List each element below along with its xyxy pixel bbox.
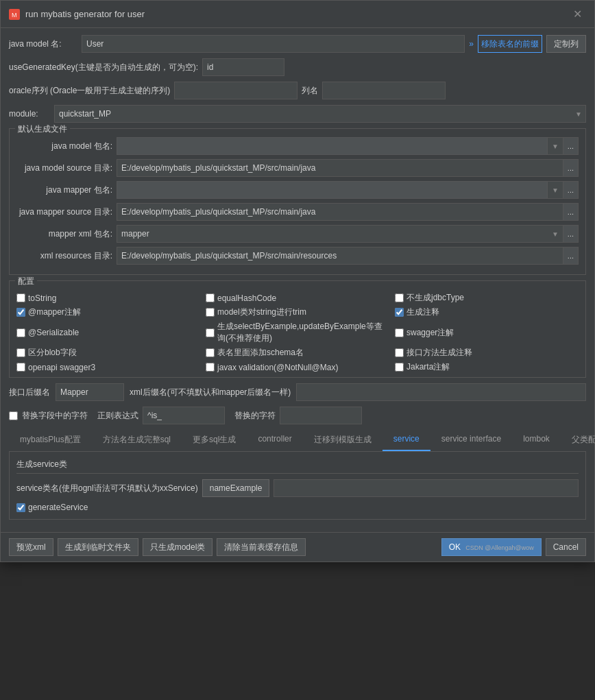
java-model-pkg-blurred bbox=[117, 137, 548, 155]
interface-suffix-input[interactable] bbox=[56, 383, 124, 401]
col-name-input[interactable] bbox=[322, 82, 446, 99]
xml-resources-input[interactable] bbox=[117, 247, 563, 265]
config-javaxValidation[interactable]: javax validation(@NotNull@Max) bbox=[206, 361, 389, 373]
interface-suffix-label: 接口后缀名 bbox=[9, 387, 50, 398]
config-generateComment-checkbox[interactable] bbox=[395, 308, 404, 317]
tab-moreSql[interactable]: 更多sql生成 bbox=[182, 430, 247, 451]
ok-button[interactable]: OK CSDN @Allengah@wow bbox=[441, 538, 542, 556]
clear-cache-button[interactable]: 清除当前表缓存信息 bbox=[217, 538, 306, 556]
generated-key-row: useGeneratedKey(主键是否为自动生成的，可为空): bbox=[9, 58, 586, 76]
tab-service[interactable]: service bbox=[382, 430, 430, 451]
config-swaggerAnnotation[interactable]: swagger注解 bbox=[395, 321, 579, 344]
xml-resources-row: xml resources 目录: ... bbox=[16, 247, 579, 265]
config-serializable-checkbox[interactable] bbox=[16, 328, 25, 337]
java-model-pkg-dropdown-group: ▼ bbox=[117, 137, 563, 155]
java-mapper-src-input-group: ... bbox=[117, 203, 579, 221]
config-addSchema-label: 表名里面添加schema名 bbox=[217, 347, 304, 359]
java-mapper-src-browse-btn[interactable]: ... bbox=[563, 203, 579, 221]
java-mapper-pkg-row: java mapper 包名: ▼ ... bbox=[16, 181, 579, 199]
config-jakartaAnnotation[interactable]: Jakarta注解 bbox=[395, 361, 579, 373]
java-model-src-input[interactable] bbox=[117, 159, 563, 177]
config-noJdbcType[interactable]: 不生成jdbcType bbox=[395, 292, 579, 304]
config-modelStringTrim[interactable]: model类对string进行trim bbox=[206, 306, 389, 318]
config-noJdbcType-checkbox[interactable] bbox=[395, 293, 404, 302]
mapper-xml-pkg-label: mapper xml 包名: bbox=[16, 228, 112, 240]
config-openapiSwagger3-checkbox[interactable] bbox=[16, 363, 25, 372]
java-mapper-pkg-dropdown-btn[interactable]: ▼ bbox=[548, 181, 563, 199]
config-modelStringTrim-checkbox[interactable] bbox=[206, 308, 215, 317]
module-select-container: quickstart_MP ▼ bbox=[54, 105, 586, 123]
tab-lombok[interactable]: lombok bbox=[512, 430, 561, 451]
config-equalHashCode-checkbox[interactable] bbox=[206, 293, 215, 302]
java-mapper-pkg-browse-btn[interactable]: ... bbox=[563, 181, 579, 199]
config-equalHashCode[interactable]: equalHashCode bbox=[206, 292, 389, 304]
app-icon: M bbox=[9, 9, 20, 20]
custom-col-button[interactable]: 定制列 bbox=[546, 35, 586, 53]
service-class-input[interactable] bbox=[274, 479, 579, 497]
cancel-button[interactable]: Cancel bbox=[546, 538, 586, 556]
config-addSchema[interactable]: 表名里面添加schema名 bbox=[206, 347, 389, 359]
config-swaggerAnnotation-label: swagger注解 bbox=[406, 327, 454, 339]
service-name-example-btn[interactable]: nameExample bbox=[202, 479, 270, 497]
java-model-pkg-browse-btn[interactable]: ... bbox=[563, 137, 579, 155]
config-selectByExample-checkbox[interactable] bbox=[206, 328, 215, 337]
config-openapiSwagger3[interactable]: openapi swagger3 bbox=[16, 361, 200, 373]
mapper-xml-pkg-dropdown-btn[interactable]: ▼ bbox=[548, 225, 563, 243]
config-interfaceMethodComment-label: 接口方法生成注释 bbox=[406, 347, 472, 359]
config-swaggerAnnotation-checkbox[interactable] bbox=[395, 328, 404, 337]
config-blobField[interactable]: 区分blob字段 bbox=[16, 347, 200, 359]
java-model-src-browse-btn[interactable]: ... bbox=[563, 159, 579, 177]
config-openapiSwagger3-label: openapi swagger3 bbox=[28, 363, 95, 372]
config-toString-label: toString bbox=[28, 293, 56, 303]
tab-mybatisPlus[interactable]: mybatisPlus配置 bbox=[9, 430, 92, 451]
java-model-pkg-row: java model 包名: ▼ ... bbox=[16, 137, 579, 155]
config-jakartaAnnotation-checkbox[interactable] bbox=[395, 363, 404, 372]
replace-char-checkbox[interactable] bbox=[9, 411, 18, 420]
config-noJdbcType-label: 不生成jdbcType bbox=[406, 292, 464, 304]
config-generateComment[interactable]: 生成注释 bbox=[395, 306, 579, 318]
java-model-input[interactable] bbox=[82, 35, 465, 53]
config-selectByExample[interactable]: 生成selectByExample,updateByExample等查询(不推荐… bbox=[206, 321, 389, 344]
ok-label: OK bbox=[449, 542, 461, 552]
bottom-right: OK CSDN @Allengah@wow Cancel bbox=[441, 538, 586, 556]
config-toString[interactable]: toString bbox=[16, 292, 200, 304]
java-model-pkg-dropdown-btn[interactable]: ▼ bbox=[548, 137, 563, 155]
mapper-xml-pkg-input[interactable] bbox=[117, 225, 548, 243]
tab-parentConfig[interactable]: 父类配置 bbox=[561, 430, 595, 451]
module-select[interactable]: quickstart_MP bbox=[54, 105, 586, 123]
config-interfaceMethodComment-checkbox[interactable] bbox=[395, 348, 404, 357]
tab-migrate[interactable]: 迁移到模版生成 bbox=[303, 430, 382, 451]
tab-controller[interactable]: controller bbox=[247, 430, 302, 451]
config-mapperAnnotation-checkbox[interactable] bbox=[16, 308, 25, 317]
xml-resources-browse-btn[interactable]: ... bbox=[563, 247, 579, 265]
xml-suffix-label: xml后缀名(可不填默认和mapper后缀名一样) bbox=[130, 387, 291, 398]
tab-sqlMethod[interactable]: 方法名生成完整sql bbox=[92, 430, 182, 451]
replace-input[interactable] bbox=[280, 407, 362, 424]
config-addSchema-checkbox[interactable] bbox=[206, 348, 215, 357]
config-mapperAnnotation[interactable]: @mapper注解 bbox=[16, 306, 200, 318]
xml-suffix-input[interactable] bbox=[296, 383, 586, 401]
move-prefix-button[interactable]: 移除表名的前缀 bbox=[478, 35, 542, 53]
generated-key-input[interactable] bbox=[202, 58, 284, 76]
mapper-xml-pkg-browse-btn[interactable]: ... bbox=[563, 225, 579, 243]
config-interfaceMethodComment[interactable]: 接口方法生成注释 bbox=[395, 347, 579, 359]
generate-tmp-button[interactable]: 生成到临时文件夹 bbox=[58, 538, 138, 556]
java-model-src-label: java model source 目录: bbox=[16, 162, 112, 174]
tabs-row: mybatisPlus配置 方法名生成完整sql 更多sql生成 control… bbox=[9, 430, 586, 452]
config-blobField-checkbox[interactable] bbox=[16, 348, 25, 357]
config-javaxValidation-checkbox[interactable] bbox=[206, 363, 215, 372]
generate-service-checkbox[interactable] bbox=[16, 503, 25, 512]
regex-input[interactable] bbox=[143, 407, 225, 424]
java-model-label: java model 名: bbox=[9, 38, 77, 50]
generate-service-item[interactable]: generateService bbox=[16, 503, 579, 512]
config-toString-checkbox[interactable] bbox=[16, 293, 25, 302]
config-serializable[interactable]: @Serializable bbox=[16, 321, 200, 344]
close-button[interactable]: ✕ bbox=[569, 6, 586, 22]
java-model-pkg-input-group: ▼ ... bbox=[117, 137, 579, 155]
java-mapper-src-input[interactable] bbox=[117, 203, 563, 221]
tab-serviceInterface[interactable]: service interface bbox=[430, 430, 512, 451]
java-mapper-pkg-blurred bbox=[117, 181, 548, 199]
preview-xml-button[interactable]: 预览xml bbox=[9, 538, 53, 556]
oracle-seq-input[interactable] bbox=[174, 82, 298, 99]
only-model-button[interactable]: 只生成model类 bbox=[143, 538, 213, 556]
